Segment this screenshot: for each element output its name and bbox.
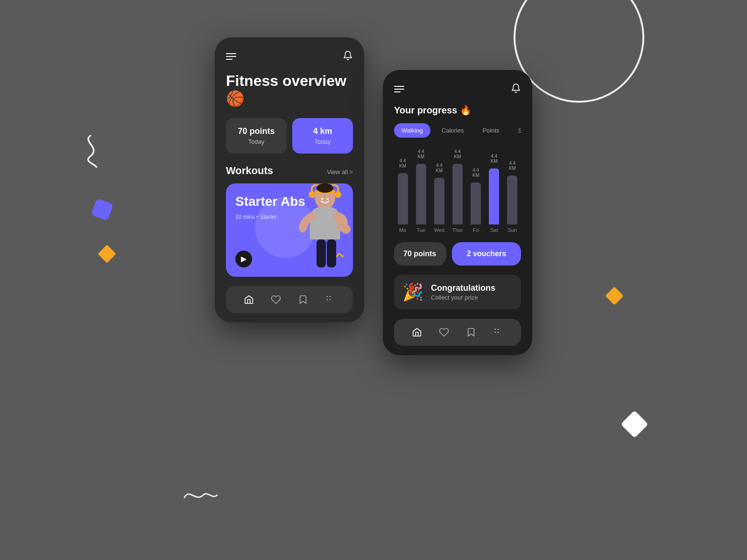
points-badge-text: 70 points (403, 250, 436, 258)
congrats-text: Congratulations Collect your prize (431, 283, 495, 301)
tab-walking[interactable]: Walking (394, 123, 430, 138)
phone-progress: Your progress 🔥 Walking Calories Points … (383, 70, 532, 355)
phone2-header (394, 83, 521, 95)
progress-title: Your progress 🔥 (394, 105, 521, 116)
workout-play-button[interactable]: ▶ (235, 251, 252, 267)
svg-point-14 (494, 329, 496, 330)
svg-point-16 (494, 332, 496, 333)
congrats-emoji: 🎉 (402, 282, 423, 302)
tabs-row: Walking Calories Points Sp... (394, 123, 521, 138)
nav-home-icon[interactable] (242, 293, 256, 307)
stat-card-points: 70 points Today (226, 118, 287, 154)
phone2-nav-heart-icon[interactable] (437, 325, 451, 339)
workout-card-meta: 10 mins • Starter (235, 214, 344, 220)
km-value: 4 km (313, 126, 332, 136)
hamburger-menu-icon[interactable] (226, 53, 236, 60)
vouchers-badge-text: 2 vouchers (467, 250, 506, 258)
congrats-title: Congratulations (431, 283, 495, 293)
nav-bookmark-icon[interactable] (296, 293, 310, 307)
svg-rect-6 (317, 239, 326, 267)
tab-calories[interactable]: Calories (434, 123, 472, 138)
workout-card[interactable]: Starter Abs 10 mins • Starter ▶ (226, 183, 353, 277)
phone-fitness-overview: Fitness overview 🏀 70 points Today 4 km … (215, 37, 364, 322)
congratulations-card[interactable]: 🎉 Congratulations Collect your prize (394, 275, 521, 309)
stats-row: 70 points Today 4 km Today (226, 118, 353, 154)
chart-bar-sun: 4.4 KM Sun (506, 149, 519, 233)
chart-bar-tue: 4.4 KM Tue (414, 149, 428, 233)
congrats-subtitle: Collect your prize (431, 294, 495, 301)
svg-point-17 (498, 332, 499, 333)
svg-point-5 (341, 224, 351, 234)
phone2-nav-home-icon[interactable] (410, 325, 424, 339)
points-badge: 70 points (394, 242, 446, 266)
chart-bar-sat: 4.4 KM Sat (487, 149, 501, 233)
view-all-link[interactable]: View all > (327, 168, 353, 175)
phone2-bell-icon[interactable] (511, 83, 521, 95)
nav-heart-icon[interactable] (269, 293, 283, 307)
svg-point-12 (326, 299, 328, 300)
km-label: Today (315, 138, 331, 145)
white-diamond (620, 410, 648, 438)
vouchers-badge[interactable]: 2 vouchers (452, 242, 521, 266)
svg-point-11 (330, 296, 331, 297)
svg-point-15 (498, 329, 499, 330)
phones-container: Fitness overview 🏀 70 points Today 4 km … (0, 23, 747, 355)
chart-bar-fri: 4.4 KM Fri (469, 149, 483, 233)
phone1-bottom-nav (226, 286, 353, 313)
phone2-bottom-nav (394, 319, 521, 346)
phone1-header (226, 50, 353, 63)
chart-bar-thur: 4.4 KM Thur (451, 149, 464, 233)
fitness-title: Fitness overview 🏀 (226, 72, 353, 108)
points-label: Today (248, 138, 265, 145)
svg-point-10 (326, 296, 328, 297)
nav-dots-icon[interactable] (323, 293, 337, 307)
chart-bar-mo: 4.4 KM Mo (396, 149, 409, 233)
workouts-title: Workouts (226, 165, 273, 177)
stat-card-km: 4 km Today (292, 118, 353, 154)
phone2-nav-dots-icon[interactable] (491, 325, 505, 339)
squiggle-bottom (182, 486, 219, 509)
phone2-hamburger-icon[interactable] (394, 86, 404, 92)
phone2-nav-bookmark-icon[interactable] (464, 325, 478, 339)
workout-card-title: Starter Abs (235, 195, 344, 209)
workouts-section-header: Workouts View all > (226, 165, 353, 177)
svg-point-13 (330, 299, 331, 300)
tab-points[interactable]: Points (475, 123, 507, 138)
tab-sp[interactable]: Sp... (511, 123, 521, 138)
points-value: 70 points (238, 126, 275, 136)
svg-rect-7 (327, 239, 336, 267)
walking-chart: 4.4 KM Mo 4.4 KM Tue 4.4 KM Wed 4.4 KM T… (394, 149, 521, 233)
chart-bar-wed: 4.4 KM Wed (432, 149, 446, 233)
svg-point-4 (317, 183, 333, 193)
points-vouchers-row: 70 points 2 vouchers (394, 242, 521, 266)
bell-icon[interactable] (343, 50, 353, 63)
